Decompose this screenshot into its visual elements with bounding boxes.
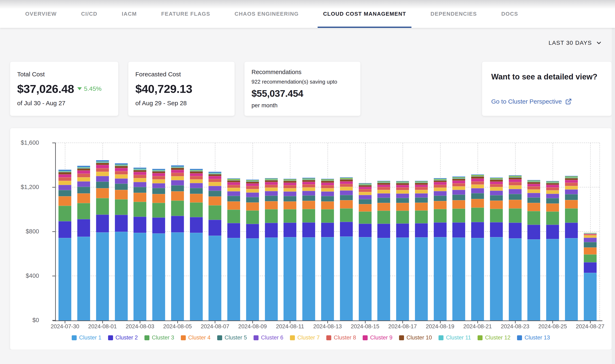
bar-segment-cluster-5[interactable]: [471, 193, 484, 199]
bar-segment-cluster-2[interactable]: [58, 221, 71, 238]
bar-segment-cluster-9[interactable]: [152, 173, 165, 176]
bar-segment-cluster-7[interactable]: [471, 184, 484, 188]
bar-segment-cluster-9[interactable]: [546, 185, 559, 187]
bar-segment-cluster-6[interactable]: [359, 195, 372, 199]
bar-segment-cluster-9[interactable]: [415, 185, 428, 187]
bar-segment-cluster-9[interactable]: [171, 170, 184, 173]
bar-segment-cluster-4[interactable]: [190, 194, 203, 202]
bar-segment-cluster-7[interactable]: [340, 187, 353, 190]
bar-segment-cluster-5[interactable]: [321, 196, 334, 201]
bar-segment-cluster-2[interactable]: [134, 217, 146, 233]
bar-segment-cluster-4[interactable]: [396, 203, 409, 211]
bar-segment-cluster-9[interactable]: [434, 182, 447, 184]
legend-item-cluster-3[interactable]: Cluster 3: [144, 335, 174, 341]
bar-segment-cluster-8[interactable]: [359, 189, 372, 192]
bar-segment-cluster-5[interactable]: [565, 194, 578, 200]
bar-segment-cluster-7[interactable]: [452, 186, 465, 190]
bar-segment-cluster-3[interactable]: [415, 210, 428, 223]
bar-segment-cluster-7[interactable]: [246, 189, 259, 193]
bar-segment-cluster-8[interactable]: [190, 176, 203, 179]
bar-segment-cluster-6[interactable]: [377, 193, 390, 198]
bar-segment-cluster-5[interactable]: [77, 187, 90, 193]
stacked-bar-2024-08-05[interactable]: [171, 165, 184, 320]
bar-segment-cluster-3[interactable]: [283, 209, 296, 223]
bar-segment-cluster-2[interactable]: [227, 223, 240, 238]
bar-segment-cluster-5[interactable]: [452, 195, 465, 200]
bar-segment-cluster-2[interactable]: [452, 222, 465, 237]
bar-segment-cluster-1[interactable]: [490, 237, 503, 320]
bar-segment-cluster-1[interactable]: [359, 237, 372, 320]
bar-segment-cluster-2[interactable]: [246, 224, 259, 238]
bar-segment-cluster-8[interactable]: [377, 187, 390, 190]
bar-segment-cluster-3[interactable]: [471, 208, 484, 222]
scrollbar-gutter[interactable]: [612, 28, 615, 364]
tab-ci-cd[interactable]: CI/CD: [76, 0, 103, 28]
bar-segment-cluster-8[interactable]: [115, 171, 128, 175]
bar-segment-cluster-5[interactable]: [190, 188, 203, 194]
bar-segment-cluster-10[interactable]: [115, 166, 128, 168]
tab-docs[interactable]: DOCS: [496, 0, 524, 28]
legend-item-cluster-1[interactable]: Cluster 1: [72, 335, 101, 341]
bar-segment-cluster-4[interactable]: [452, 200, 465, 209]
bar-segment-cluster-6[interactable]: [527, 193, 540, 197]
bar-segment-cluster-1[interactable]: [340, 236, 353, 320]
bar-segment-cluster-4[interactable]: [134, 193, 146, 202]
bar-segment-cluster-7[interactable]: [415, 190, 428, 193]
bar-segment-cluster-8[interactable]: [396, 187, 409, 190]
bar-segment-cluster-4[interactable]: [302, 201, 315, 209]
bar-segment-cluster-8[interactable]: [209, 179, 221, 182]
stacked-bar-2024-08-21[interactable]: [471, 174, 484, 320]
bar-segment-cluster-4[interactable]: [584, 247, 597, 254]
stacked-bar-2024-08-06[interactable]: [190, 169, 203, 320]
stacked-bar-2024-08-01[interactable]: [96, 160, 109, 320]
bar-segment-cluster-5[interactable]: [527, 197, 540, 203]
bar-segment-cluster-2[interactable]: [171, 216, 184, 232]
bar-segment-cluster-1[interactable]: [527, 239, 540, 320]
bar-segment-cluster-7[interactable]: [190, 179, 203, 183]
bar-segment-cluster-4[interactable]: [359, 204, 372, 211]
bar-segment-cluster-9[interactable]: [527, 184, 540, 186]
bar-segment-cluster-7[interactable]: [546, 190, 559, 194]
bar-segment-cluster-2[interactable]: [546, 225, 559, 239]
bar-segment-cluster-7[interactable]: [227, 188, 240, 191]
bar-segment-cluster-1[interactable]: [152, 233, 165, 320]
bar-segment-cluster-8[interactable]: [565, 183, 578, 186]
bar-segment-cluster-2[interactable]: [565, 223, 578, 238]
bar-segment-cluster-8[interactable]: [509, 182, 522, 185]
bar-segment-cluster-8[interactable]: [434, 185, 447, 188]
bar-segment-cluster-13[interactable]: [96, 160, 109, 162]
bar-segment-cluster-4[interactable]: [209, 196, 221, 205]
bar-segment-cluster-5[interactable]: [546, 198, 559, 203]
legend-item-cluster-2[interactable]: Cluster 2: [108, 335, 138, 341]
bar-segment-cluster-8[interactable]: [58, 177, 71, 181]
bar-segment-cluster-2[interactable]: [359, 224, 372, 237]
bar-segment-cluster-6[interactable]: [415, 193, 428, 198]
bar-segment-cluster-8[interactable]: [546, 187, 559, 190]
bar-segment-cluster-3[interactable]: [490, 209, 503, 222]
bar-segment-cluster-8[interactable]: [283, 185, 296, 188]
bar-segment-cluster-1[interactable]: [77, 237, 90, 320]
bar-segment-cluster-10[interactable]: [434, 180, 447, 182]
bar-segment-cluster-9[interactable]: [471, 179, 484, 181]
bar-segment-cluster-1[interactable]: [415, 237, 428, 320]
bar-segment-cluster-8[interactable]: [490, 184, 503, 187]
bar-segment-cluster-10[interactable]: [209, 174, 221, 176]
bar-segment-cluster-6[interactable]: [302, 191, 315, 195]
bar-segment-cluster-3[interactable]: [565, 208, 578, 223]
bar-segment-cluster-1[interactable]: [209, 236, 221, 320]
bar-segment-cluster-8[interactable]: [96, 168, 109, 172]
bar-segment-cluster-4[interactable]: [96, 188, 109, 198]
bar-segment-cluster-9[interactable]: [265, 182, 278, 184]
bar-segment-cluster-1[interactable]: [377, 238, 390, 320]
bar-segment-cluster-9[interactable]: [302, 182, 315, 184]
bar-segment-cluster-3[interactable]: [77, 203, 90, 219]
bar-segment-cluster-6[interactable]: [340, 190, 353, 195]
bar-segment-cluster-7[interactable]: [58, 181, 71, 185]
bar-segment-cluster-9[interactable]: [509, 179, 522, 182]
bar-segment-cluster-7[interactable]: [565, 186, 578, 190]
bar-segment-cluster-6[interactable]: [209, 186, 221, 191]
bar-segment-cluster-7[interactable]: [134, 178, 146, 182]
legend-item-cluster-6[interactable]: Cluster 6: [253, 335, 283, 341]
bar-segment-cluster-4[interactable]: [565, 200, 578, 208]
bar-segment-cluster-7[interactable]: [171, 176, 184, 180]
